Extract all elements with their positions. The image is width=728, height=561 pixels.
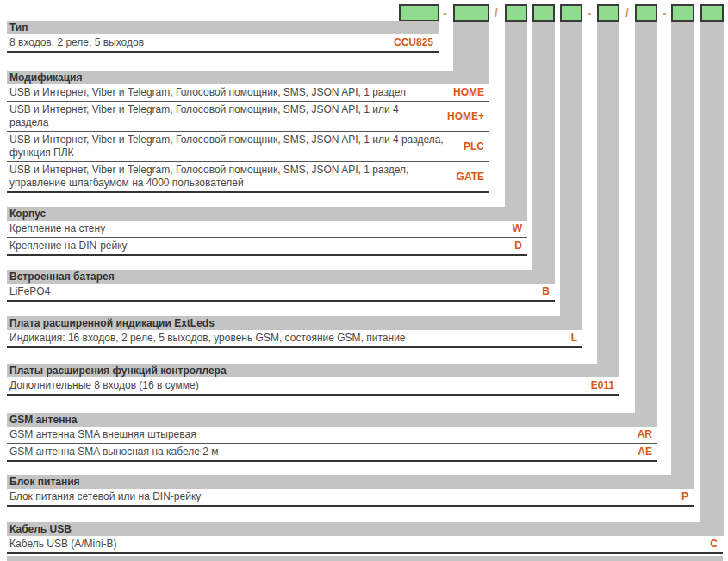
option-label: 8 входов, 2 реле, 5 выходов bbox=[9, 36, 383, 49]
section-type: Тип 8 входов, 2 реле, 5 выходов CCU825 bbox=[7, 21, 439, 53]
section-extleds: Плата расширенной индикации ExtLeds Инди… bbox=[7, 316, 582, 348]
section-modification: Модификация USB и Интернет, Viber и Tele… bbox=[7, 71, 489, 193]
section-header: Модификация bbox=[7, 71, 489, 84]
option-code: W bbox=[513, 222, 522, 235]
section-expansion: Платы расширения функций контроллера Доп… bbox=[7, 364, 619, 396]
option-row: USB и Интернет, Viber и Telegram, Голосо… bbox=[7, 162, 489, 193]
section-header: Корпус bbox=[7, 207, 527, 221]
option-row: Кабель USB (A/Mini-B) C bbox=[7, 536, 723, 554]
option-label: USB и Интернет, Viber и Telegram, Голосо… bbox=[9, 86, 443, 99]
next-section-header-partial bbox=[7, 556, 723, 561]
order-code-diagram: - / - / - Тип 8 входов, 2 реле, 5 выходо… bbox=[0, 0, 728, 561]
separator-dash: - bbox=[588, 5, 592, 21]
option-code: PLC bbox=[464, 140, 484, 153]
separator-dash: - bbox=[443, 5, 447, 21]
option-row: Крепление на стену W bbox=[7, 221, 527, 238]
section-antenna: GSM антенна GSM антенна SMA внешняя штыр… bbox=[7, 413, 657, 462]
connector-bar-case bbox=[505, 21, 527, 221]
option-code: HOME bbox=[453, 86, 484, 99]
option-label: Кабель USB (A/Mini-B) bbox=[9, 538, 700, 551]
separator-slash: / bbox=[495, 5, 498, 21]
option-label: Блок питания сетевой или на DIN-рейку bbox=[9, 490, 671, 503]
option-row: USB и Интернет, Viber и Telegram, Голосо… bbox=[7, 102, 489, 132]
option-code: AE bbox=[638, 446, 652, 458]
option-label: GSM антенна SMA внешняя штыревая bbox=[9, 428, 627, 441]
code-segment-box-type bbox=[399, 4, 439, 22]
option-label: LiFePO4 bbox=[9, 285, 532, 298]
option-row: USB и Интернет, Viber и Telegram, Голосо… bbox=[7, 84, 489, 102]
section-header: Тип bbox=[7, 21, 439, 34]
option-code: E011 bbox=[591, 379, 614, 392]
connector-bar-expansion bbox=[597, 21, 619, 377]
section-cable: Кабель USB Кабель USB (A/Mini-B) C bbox=[7, 522, 723, 554]
option-label: Дополнительные 8 входов (16 в сумме) bbox=[9, 379, 581, 392]
option-code: AR bbox=[638, 428, 652, 441]
option-row: GSM антенна SMA внешняя штыревая AR bbox=[7, 427, 657, 444]
section-header: GSM антенна bbox=[7, 413, 657, 427]
connector-bar-extleds bbox=[560, 21, 582, 330]
code-segment-box-expansion bbox=[597, 4, 619, 22]
code-segment-box-battery bbox=[532, 4, 555, 22]
option-code: HOME+ bbox=[447, 110, 484, 123]
option-label: Индикация: 16 входов, 2 реле, 5 выходов,… bbox=[9, 332, 561, 345]
option-row: Блок питания сетевой или на DIN-рейку P bbox=[7, 489, 694, 507]
connector-bar-antenna bbox=[635, 21, 657, 427]
option-label: USB и Интернет, Viber и Telegram, Голосо… bbox=[9, 103, 437, 129]
connector-bar-battery bbox=[532, 21, 555, 284]
section-header: Платы расширения функций контроллера bbox=[7, 364, 619, 377]
separator-slash: / bbox=[625, 5, 629, 21]
section-header: Плата расширенной индикации ExtLeds bbox=[7, 316, 582, 330]
code-segment-box-modification bbox=[453, 4, 489, 22]
option-label: GSM антенна SMA выносная на кабеле 2 м bbox=[9, 446, 627, 458]
option-code: L bbox=[571, 332, 577, 345]
separator-dash: - bbox=[663, 5, 667, 21]
option-code: D bbox=[514, 240, 522, 252]
option-row: Крепление на DIN-рейку D bbox=[7, 238, 527, 256]
option-code: B bbox=[542, 285, 550, 298]
option-row: GSM антенна SMA выносная на кабеле 2 м A… bbox=[7, 444, 657, 462]
option-label: Крепление на DIN-рейку bbox=[9, 240, 504, 252]
code-segment-box-extleds bbox=[560, 4, 582, 22]
option-label: USB и Интернет, Viber и Telegram, Голосо… bbox=[9, 134, 453, 159]
option-row: Индикация: 16 входов, 2 реле, 5 выходов,… bbox=[7, 330, 582, 348]
code-segment-box-psu bbox=[671, 4, 694, 22]
option-row: USB и Интернет, Viber и Telegram, Голосо… bbox=[7, 132, 489, 162]
section-header: Блок питания bbox=[7, 475, 694, 489]
option-code: C bbox=[710, 538, 718, 551]
section-psu: Блок питания Блок питания сетевой или на… bbox=[7, 475, 694, 507]
option-label: Крепление на стену bbox=[9, 222, 502, 235]
section-header: Встроенная батарея bbox=[7, 270, 555, 284]
option-label: USB и Интернет, Viber и Telegram, Голосо… bbox=[9, 164, 446, 190]
option-row: 8 входов, 2 реле, 5 выходов CCU825 bbox=[7, 34, 439, 53]
section-header: Кабель USB bbox=[7, 522, 723, 536]
connector-bar-psu bbox=[671, 21, 694, 489]
code-segment-box-case bbox=[505, 4, 527, 22]
option-code: P bbox=[681, 490, 688, 503]
code-segment-box-cable bbox=[700, 4, 724, 22]
option-row: Дополнительные 8 входов (16 в сумме) E01… bbox=[7, 377, 619, 396]
section-case: Корпус Крепление на стену W Крепление на… bbox=[7, 207, 527, 256]
connector-bar-cable bbox=[700, 21, 724, 536]
option-code: GATE bbox=[457, 171, 484, 184]
option-code: CCU825 bbox=[394, 36, 433, 49]
option-row: LiFePO4 B bbox=[7, 284, 555, 302]
code-segment-box-antenna bbox=[635, 4, 657, 22]
section-battery: Встроенная батарея LiFePO4 B bbox=[7, 270, 555, 302]
